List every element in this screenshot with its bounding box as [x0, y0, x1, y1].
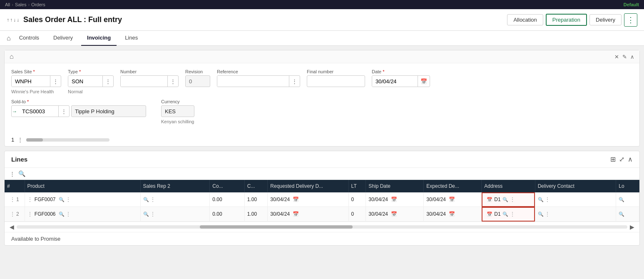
- row2-drag-handle[interactable]: ⋮: [27, 211, 32, 217]
- edit-icon[interactable]: ✎: [622, 54, 627, 60]
- number-input-wrapper[interactable]: ⋮: [120, 75, 179, 87]
- row2-ship-calendar[interactable]: 📅: [391, 211, 397, 217]
- row2-address-menu[interactable]: ⋮: [510, 211, 515, 217]
- row2-salesrep2-search[interactable]: 🔍: [143, 212, 149, 217]
- expand-icon[interactable]: ⤢: [619, 155, 624, 163]
- row1-drag-icon[interactable]: ⋮: [10, 197, 15, 202]
- row2-product-search[interactable]: 🔍: [59, 212, 65, 217]
- lines-search-icon[interactable]: 🔍: [18, 170, 25, 177]
- form-row-1: Sales Site * ⋮ Winnie's Pure Health Type…: [11, 69, 633, 94]
- date-input[interactable]: [372, 76, 418, 87]
- form-card: ⌂ ✕ ✎ ∧ Sales Site * ⋮: [4, 50, 640, 147]
- row2-product-cell: ⋮ FGF0006 🔍 ⋮: [25, 207, 140, 222]
- tab-delivery[interactable]: Delivery: [47, 31, 79, 46]
- number-input[interactable]: [121, 76, 167, 87]
- sort-down-second[interactable]: ↓: [17, 17, 19, 23]
- h-scroll-right[interactable]: ▶: [630, 224, 634, 230]
- breadcrumb-all[interactable]: All: [5, 2, 10, 7]
- tab-lines[interactable]: Lines: [119, 31, 144, 46]
- breadcrumb-sales[interactable]: Sales: [15, 2, 27, 7]
- breadcrumb-sep1: ›: [12, 2, 13, 7]
- close-icon[interactable]: ✕: [614, 54, 619, 60]
- sort-up-first[interactable]: ↑: [7, 17, 9, 23]
- row1-address-calendar: 📅: [487, 197, 492, 202]
- delivery-button[interactable]: Delivery: [589, 14, 622, 25]
- row1-delcontact-search[interactable]: 🔍: [538, 197, 544, 202]
- row1-delcontact-menu[interactable]: ⋮: [545, 197, 550, 202]
- sort-down-first[interactable]: ↓: [13, 17, 16, 23]
- col-header-salesrep2: Sales Rep 2: [140, 180, 210, 192]
- tab-invoicing[interactable]: Invoicing: [81, 31, 117, 46]
- row1-address-search[interactable]: 🔍: [502, 197, 508, 202]
- currency-field: Currency KES Kenyan schilling: [161, 99, 194, 124]
- layers-icon[interactable]: ⊞: [610, 155, 616, 163]
- sales-site-input-wrapper[interactable]: ⋮: [11, 75, 61, 87]
- h-scroll-bar[interactable]: [17, 225, 627, 229]
- allocation-button[interactable]: Allocation: [507, 14, 543, 25]
- page-dots-icon[interactable]: ⋮: [17, 137, 23, 143]
- tab-controls[interactable]: Controls: [13, 31, 45, 46]
- final-number-input[interactable]: [307, 75, 365, 87]
- col-header-lt: LT: [348, 180, 366, 192]
- row1-ship-calendar[interactable]: 📅: [391, 197, 397, 202]
- row1-product-search[interactable]: 🔍: [59, 197, 65, 202]
- reference-menu-icon[interactable]: ⋮: [289, 76, 300, 87]
- row2-delcontact-cell: 🔍 ⋮: [535, 207, 616, 222]
- default-label: Default: [624, 2, 639, 7]
- form-card-body: Sales Site * ⋮ Winnie's Pure Health Type…: [5, 63, 639, 135]
- row1-rdd-calendar[interactable]: 📅: [293, 197, 299, 202]
- sales-site-input[interactable]: [12, 76, 50, 87]
- scroll-indicator: 1 ⋮: [5, 135, 639, 146]
- sales-site-menu-icon[interactable]: ⋮: [50, 76, 61, 87]
- lines-dots-icon[interactable]: ⋮: [10, 171, 15, 177]
- collapse-icon[interactable]: ∧: [630, 54, 634, 60]
- number-field: Number ⋮: [120, 69, 179, 87]
- row2-drag-icon[interactable]: ⋮: [10, 211, 15, 217]
- final-number-text[interactable]: [311, 78, 361, 85]
- table-row: ⋮ 2 ⋮ FGF0006 🔍 ⋮ 🔍 ⋮: [5, 207, 639, 222]
- sold-to-code-input[interactable]: [19, 106, 58, 117]
- h-scroll-left[interactable]: ◀: [10, 224, 14, 230]
- row1-lo-search[interactable]: 🔍: [619, 197, 624, 202]
- row1-salesrep2-menu[interactable]: ⋮: [150, 197, 155, 202]
- row1-product-menu[interactable]: ⋮: [66, 197, 71, 202]
- date-calendar-icon[interactable]: 📅: [418, 76, 430, 87]
- row2-delcontact-menu[interactable]: ⋮: [545, 211, 550, 217]
- row2-delcontact-search[interactable]: 🔍: [538, 212, 544, 217]
- reference-input-wrapper[interactable]: ⋮: [217, 75, 300, 87]
- preparation-button[interactable]: Preparation: [546, 14, 587, 26]
- row1-product: FGF0007: [35, 197, 56, 202]
- final-number-label: Final number: [307, 69, 365, 74]
- row1-address-menu[interactable]: ⋮: [510, 197, 515, 202]
- col-header-product: Product: [25, 180, 140, 192]
- row2-address-cell: 📅 D1 🔍 ⋮: [482, 207, 535, 222]
- row1-expected-calendar[interactable]: 📅: [449, 197, 455, 202]
- sales-site-field: Sales Site * ⋮ Winnie's Pure Health: [11, 69, 61, 94]
- row2-expected-calendar[interactable]: 📅: [449, 211, 455, 217]
- row2-salesrep2-menu[interactable]: ⋮: [150, 211, 155, 217]
- number-menu-icon[interactable]: ⋮: [167, 76, 178, 87]
- row2-address-search[interactable]: 🔍: [502, 212, 508, 217]
- date-input-wrapper[interactable]: 📅: [372, 75, 430, 87]
- sort-up-second[interactable]: ↑: [10, 17, 12, 23]
- row1-salesrep2-search[interactable]: 🔍: [143, 197, 149, 202]
- sold-to-menu-icon[interactable]: ⋮: [58, 106, 69, 117]
- row2-product-menu[interactable]: ⋮: [66, 211, 71, 217]
- breadcrumb-orders[interactable]: Orders: [31, 2, 45, 7]
- more-options-button[interactable]: ⋮: [624, 13, 637, 27]
- reference-input[interactable]: [217, 76, 289, 87]
- nav-home-icon[interactable]: ⌂: [7, 35, 11, 42]
- col-header-lo: Lo: [616, 180, 639, 192]
- type-input[interactable]: [68, 76, 102, 87]
- row2-lo-search[interactable]: 🔍: [619, 212, 624, 217]
- lines-collapse-icon[interactable]: ∧: [628, 155, 633, 163]
- sold-to-code-wrapper[interactable]: → ⋮: [11, 105, 70, 117]
- row2-rdd-calendar[interactable]: 📅: [293, 211, 299, 217]
- lines-toolbar: ⋮ 🔍: [5, 168, 639, 180]
- type-input-wrapper[interactable]: ⋮: [68, 75, 114, 87]
- scroll-bar-mini: [26, 138, 109, 142]
- type-menu-icon[interactable]: ⋮: [102, 76, 113, 87]
- lines-header-actions: ⊞ ⤢ ∧: [610, 155, 633, 163]
- col-header-delcontact: Delivery Contact: [535, 180, 616, 192]
- row1-drag-handle[interactable]: ⋮: [27, 197, 32, 202]
